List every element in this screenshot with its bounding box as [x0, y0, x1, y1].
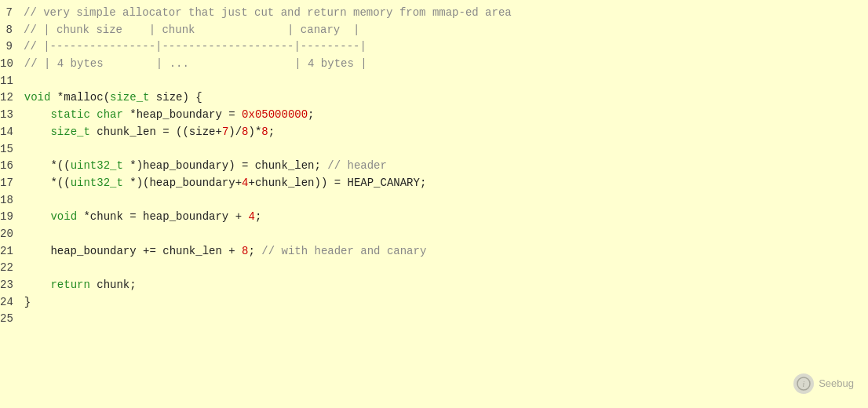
code-line: 7// very simple allocator that just cut …	[0, 5, 868, 22]
code-line: 12void *malloc(size_t size) {	[0, 89, 868, 107]
token-num: 0x05000000	[242, 108, 308, 121]
line-content: // very simple allocator that just cut a…	[24, 5, 512, 22]
token-plain	[24, 108, 51, 121]
token-plain: )*	[249, 126, 262, 138]
token-plain: chunk_len = ((size+	[90, 126, 222, 138]
code-container: 7// very simple allocator that just cut …	[0, 0, 868, 408]
line-number: 9	[0, 38, 24, 56]
line-content	[24, 141, 31, 158]
token-plain: *((	[24, 177, 71, 189]
token-kw: char	[97, 108, 123, 121]
code-line: 21 heap_boundary += chunk_len + 8; // wi…	[0, 243, 868, 260]
token-plain: ;	[255, 210, 261, 223]
line-content: *((uint32_t *)(heap_boundary+4+chunk_len…	[24, 175, 427, 192]
token-num: 8	[242, 126, 248, 138]
token-comment: // | chunk size | chunk | canary |	[24, 24, 359, 36]
token-plain: *malloc(	[50, 91, 110, 104]
token-plain	[24, 126, 51, 138]
token-comment: // header	[327, 159, 387, 172]
line-number: 14	[0, 124, 24, 141]
line-number: 12	[0, 89, 24, 107]
token-kw: size_t	[110, 91, 149, 104]
seebug-logo: i Seebug	[793, 373, 854, 394]
line-content: size_t chunk_len = ((size+7)/8)*8;	[24, 124, 275, 141]
token-num: 8	[261, 126, 268, 138]
code-line: 17 *((uint32_t *)(heap_boundary+4+chunk_…	[0, 175, 868, 192]
token-comment: // very simple allocator that just cut a…	[24, 6, 512, 19]
line-content: }	[24, 294, 31, 311]
token-comment: // with header and canary	[261, 245, 426, 257]
token-plain: size) {	[149, 91, 202, 104]
code-line: 14 size_t chunk_len = ((size+7)/8)*8;	[0, 124, 868, 141]
token-plain: *)(heap_boundary+	[123, 177, 242, 189]
code-line: 25	[0, 311, 868, 328]
line-content: void *malloc(size_t size) {	[24, 89, 202, 107]
token-plain: heap_boundary += chunk_len +	[24, 245, 242, 257]
token-plain: *chunk = heap_boundary +	[77, 210, 248, 223]
code-line: 11	[0, 73, 868, 90]
line-number: 22	[0, 260, 24, 277]
line-number: 25	[0, 311, 24, 328]
token-comment: // |----------------|-------------------…	[24, 40, 373, 53]
line-number: 21	[0, 243, 24, 260]
line-content: static char *heap_boundary = 0x05000000;	[24, 107, 315, 124]
code-line: 9// |----------------|------------------…	[0, 38, 868, 56]
line-content	[24, 73, 31, 90]
token-plain: +chunk_len)) = HEAP_CANARY;	[248, 177, 426, 189]
token-plain: *)heap_boundary) = chunk_len;	[123, 159, 327, 172]
token-plain: *((	[24, 159, 71, 172]
line-number: 8	[0, 22, 24, 39]
line-content: // | 4 bytes | ... | 4 bytes |	[24, 56, 367, 73]
token-kw: return	[50, 279, 89, 291]
seebug-label: Seebug	[819, 376, 854, 392]
line-number: 16	[0, 158, 24, 175]
line-content: heap_boundary += chunk_len + 8; // with …	[24, 243, 427, 260]
line-number: 10	[0, 56, 24, 73]
code-line: 15	[0, 141, 868, 158]
line-content	[24, 192, 31, 209]
line-number: 20	[0, 226, 24, 243]
code-line: 13 static char *heap_boundary = 0x050000…	[0, 107, 868, 124]
seebug-icon: i	[793, 373, 814, 394]
token-kw: static	[50, 108, 89, 121]
code-line: 22	[0, 260, 868, 277]
code-line: 24}	[0, 294, 868, 311]
code-line: 20	[0, 226, 868, 243]
token-kw: uint32_t	[71, 159, 123, 172]
line-number: 13	[0, 107, 24, 124]
code-line: 23 return chunk;	[0, 277, 868, 294]
token-comment: // | 4 bytes | ... | 4 bytes |	[24, 57, 367, 70]
svg-text:i: i	[803, 380, 805, 388]
line-content: *((uint32_t *)heap_boundary) = chunk_len…	[24, 158, 387, 175]
token-plain: *heap_boundary =	[123, 108, 242, 121]
token-plain: chunk;	[90, 279, 137, 291]
token-plain	[90, 108, 97, 121]
token-plain: )/	[228, 126, 242, 138]
line-content	[24, 226, 31, 243]
line-content	[24, 311, 31, 328]
token-kw: void	[50, 210, 77, 223]
line-content: // | chunk size | chunk | canary |	[24, 22, 359, 39]
token-plain: ;	[268, 126, 275, 138]
line-number: 7	[0, 5, 24, 22]
line-number: 23	[0, 277, 24, 294]
token-plain: }	[24, 296, 31, 308]
line-number: 18	[0, 192, 24, 209]
line-number: 17	[0, 175, 24, 192]
line-content: // |----------------|-------------------…	[24, 38, 373, 56]
token-kw: void	[24, 91, 51, 104]
line-number: 11	[0, 73, 24, 90]
code-line: 10// | 4 bytes | ... | 4 bytes |	[0, 56, 868, 73]
token-plain	[24, 210, 51, 223]
token-num: 4	[248, 210, 254, 223]
code-line: 19 void *chunk = heap_boundary + 4;	[0, 209, 868, 226]
line-content	[24, 260, 31, 277]
line-number: 15	[0, 141, 24, 158]
code-line: 16 *((uint32_t *)heap_boundary) = chunk_…	[0, 158, 868, 175]
code-line: 18	[0, 192, 868, 209]
token-kw: uint32_t	[71, 177, 123, 189]
token-plain	[24, 279, 51, 291]
line-content: return chunk;	[24, 277, 137, 294]
line-number: 24	[0, 294, 24, 311]
token-kw: size_t	[50, 126, 89, 138]
